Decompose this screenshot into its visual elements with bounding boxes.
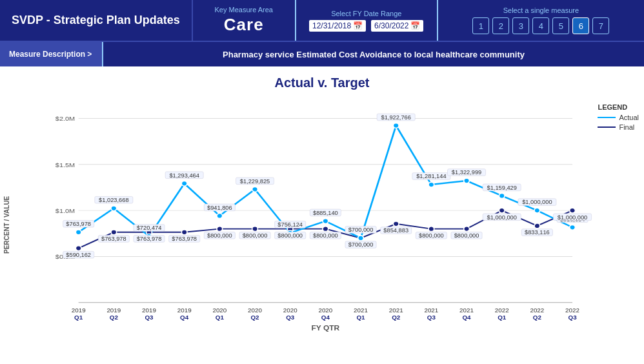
date-range-inputs: 12/31/2018 📅 6/30/2022 📅 — [309, 20, 423, 32]
svg-text:$763,978: $763,978 — [66, 221, 91, 227]
svg-text:2019: 2019 — [142, 308, 156, 314]
svg-text:2021: 2021 — [459, 308, 474, 314]
chart-area: Actual v. Target PERCENT / VALUE $0.5M$1… — [0, 66, 644, 364]
svg-point-56 — [111, 206, 117, 211]
measure-btn-6[interactable]: 6 — [572, 17, 589, 34]
app-title-text: SVDP - Strategic Plan Updates — [12, 14, 180, 27]
legend-item-final: Final — [598, 123, 639, 131]
svg-text:Q1: Q1 — [216, 314, 224, 320]
measure-btn-1[interactable]: 1 — [472, 17, 489, 34]
legend-title: LEGEND — [598, 103, 639, 111]
svg-text:$763,978: $763,978 — [137, 236, 162, 242]
legend-line-actual — [598, 117, 616, 118]
svg-point-68 — [534, 208, 540, 213]
svg-point-69 — [570, 225, 576, 230]
y-axis-label: PERCENT / VALUE — [0, 90, 14, 359]
svg-point-60 — [252, 187, 258, 192]
chart-title: Actual v. Target — [0, 73, 644, 90]
svg-point-58 — [181, 181, 187, 186]
measure-btn-7[interactable]: 7 — [592, 17, 609, 34]
svg-point-44 — [217, 227, 223, 232]
svg-text:$700,000: $700,000 — [348, 227, 374, 233]
svg-text:$1.5M: $1.5M — [55, 161, 75, 168]
svg-text:2021: 2021 — [389, 308, 403, 314]
svg-text:2019: 2019 — [72, 308, 86, 314]
date-end-input[interactable]: 6/30/2022 📅 — [371, 20, 423, 32]
key-measure-label: Key Measure Area — [215, 6, 274, 14]
app-title: SVDP - Strategic Plan Updates — [0, 0, 193, 41]
svg-text:Q4: Q4 — [462, 314, 471, 320]
measure-description-button[interactable]: Measure Description > — [0, 42, 103, 66]
single-measure-label: Select a single measure — [503, 6, 579, 14]
svg-point-55 — [75, 230, 81, 235]
svg-point-65 — [428, 182, 434, 187]
svg-text:Q2: Q2 — [250, 314, 259, 320]
legend-item-actual: Actual — [598, 114, 639, 121]
svg-text:$800,000: $800,000 — [243, 233, 268, 239]
sub-header: Measure Description > Pharmacy service E… — [0, 42, 644, 66]
svg-text:$1,000,000: $1,000,000 — [558, 214, 588, 220]
svg-text:Q3: Q3 — [427, 314, 436, 320]
measure-btn-3[interactable]: 3 — [512, 17, 529, 34]
chart-inner: $0.5M$1.0M$1.5M$2.0M2019Q12019Q22019Q320… — [14, 90, 644, 359]
svg-text:$1.0M: $1.0M — [55, 208, 75, 214]
svg-text:Q3: Q3 — [569, 314, 577, 320]
svg-point-41 — [111, 230, 117, 235]
svg-point-52 — [499, 208, 505, 213]
date-start-input[interactable]: 12/31/2018 📅 — [309, 20, 366, 32]
measure-description-text: Pharmacy service Estimated Cost Avoidanc… — [103, 50, 644, 59]
svg-text:$885,140: $885,140 — [313, 210, 338, 216]
svg-point-59 — [217, 214, 223, 219]
measure-btn-2[interactable]: 2 — [492, 17, 509, 34]
svg-point-43 — [181, 230, 187, 235]
svg-text:Q1: Q1 — [356, 314, 365, 320]
svg-point-64 — [393, 123, 399, 128]
svg-text:$720,474: $720,474 — [137, 225, 162, 231]
svg-text:$1,000,000: $1,000,000 — [487, 214, 518, 220]
main-header: SVDP - Strategic Plan Updates Key Measur… — [0, 0, 644, 42]
measure-btn-5[interactable]: 5 — [552, 17, 569, 34]
svg-point-54 — [570, 208, 576, 213]
date-start-value: 12/31/2018 — [312, 21, 351, 30]
svg-point-62 — [323, 219, 328, 224]
svg-text:FY QTR: FY QTR — [311, 325, 339, 332]
legend-label-final: Final — [619, 123, 634, 131]
svg-text:Q4: Q4 — [180, 314, 189, 320]
svg-point-51 — [464, 227, 470, 232]
svg-point-66 — [464, 178, 470, 183]
svg-text:2021: 2021 — [424, 308, 438, 314]
svg-text:$800,000: $800,000 — [207, 233, 232, 239]
svg-text:Q4: Q4 — [321, 314, 330, 320]
svg-text:$1,293,464: $1,293,464 — [169, 172, 199, 178]
svg-text:$800,000: $800,000 — [454, 233, 479, 239]
svg-point-50 — [428, 227, 434, 232]
svg-point-45 — [252, 227, 258, 232]
svg-text:Q2: Q2 — [533, 314, 541, 320]
svg-text:2022: 2022 — [495, 308, 509, 314]
svg-text:$800,000: $800,000 — [419, 233, 444, 239]
svg-text:$763,978: $763,978 — [101, 236, 126, 242]
measure-buttons: 1234567 — [472, 17, 609, 34]
svg-text:2020: 2020 — [283, 308, 297, 314]
svg-text:$1,023,668: $1,023,668 — [99, 197, 129, 203]
svg-point-40 — [75, 246, 81, 251]
calendar-icon-end: 📅 — [410, 21, 420, 30]
svg-text:$700,000: $700,000 — [348, 242, 374, 248]
date-range-section: Select FY Date Range 12/31/2018 📅 6/30/2… — [296, 0, 438, 41]
calendar-icon-start: 📅 — [353, 21, 363, 30]
svg-point-47 — [323, 227, 328, 232]
svg-text:$1,000,000: $1,000,000 — [522, 199, 552, 205]
svg-text:Q3: Q3 — [286, 314, 294, 320]
svg-text:2019: 2019 — [106, 308, 121, 314]
svg-text:$2.0M: $2.0M — [55, 116, 75, 122]
svg-text:Q2: Q2 — [392, 314, 400, 320]
svg-text:Q1: Q1 — [74, 314, 83, 320]
svg-text:$800,000: $800,000 — [313, 233, 338, 239]
svg-text:$941,806: $941,806 — [207, 205, 232, 210]
svg-point-53 — [534, 223, 540, 228]
measure-btn-4[interactable]: 4 — [532, 17, 549, 34]
chart-svg: $0.5M$1.0M$1.5M$2.0M2019Q12019Q22019Q320… — [43, 97, 579, 334]
date-end-value: 6/30/2022 — [374, 21, 408, 30]
single-measure-section: Select a single measure 1234567 — [438, 0, 644, 41]
key-measure-area: Key Measure Area Care — [193, 0, 296, 41]
